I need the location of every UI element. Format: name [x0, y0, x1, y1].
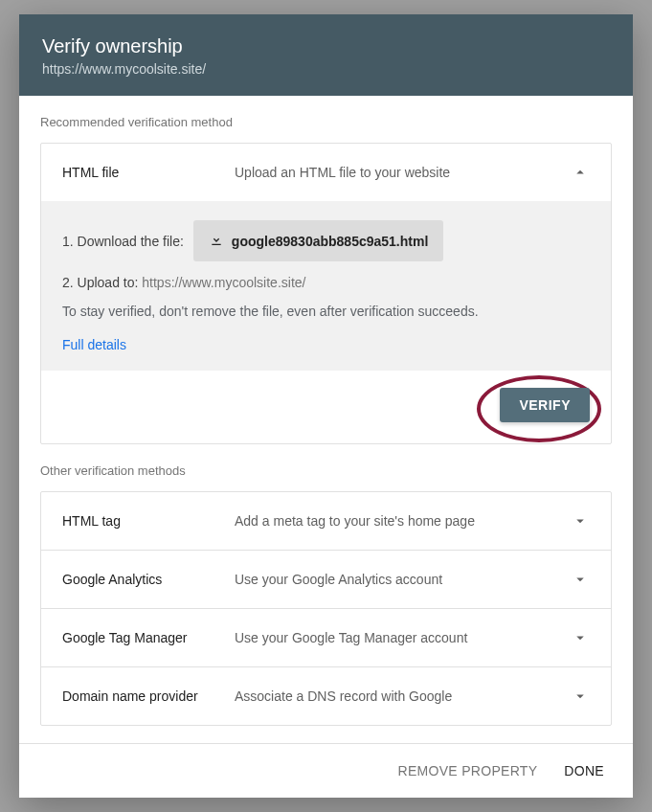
verify-row: VERIFY [41, 371, 611, 443]
dialog-subtitle: https://www.mycoolsite.site/ [42, 61, 610, 77]
method-html-tag[interactable]: HTML tag Add a meta tag to your site's h… [41, 492, 611, 550]
download-icon [209, 232, 224, 250]
recommended-method-card: HTML file Upload an HTML file to your we… [40, 143, 612, 444]
method-name: HTML file [62, 165, 235, 180]
dialog-footer: REMOVE PROPERTY DONE [19, 743, 633, 798]
instructions-panel: 1. Download the file: google89830abb885c… [41, 201, 611, 371]
dialog-header: Verify ownership https://www.mycoolsite.… [19, 14, 633, 96]
upload-target-url: https://www.mycoolsite.site/ [142, 275, 305, 290]
other-section-label: Other verification methods [40, 444, 612, 491]
method-google-tag-manager[interactable]: Google Tag Manager Use your Google Tag M… [41, 608, 611, 666]
step-2: 2. Upload to: https://www.mycoolsite.sit… [62, 275, 590, 290]
verify-button[interactable]: VERIFY [500, 388, 590, 422]
method-name: HTML tag [62, 513, 235, 529]
method-domain-name-provider[interactable]: Domain name provider Associate a DNS rec… [41, 666, 611, 725]
method-name: Google Tag Manager [62, 630, 235, 645]
method-description: Use your Google Analytics account [235, 572, 571, 587]
step-1: 1. Download the file: google89830abb885c… [62, 220, 590, 261]
method-description: Use your Google Tag Manager account [235, 630, 571, 645]
chevron-down-icon [571, 511, 590, 530]
chevron-down-icon [571, 628, 590, 647]
full-details-link[interactable]: Full details [62, 337, 126, 352]
download-filename: google89830abb885c9a51.html [232, 234, 428, 249]
method-description: Add a meta tag to your site's home page [235, 513, 571, 529]
method-description: Associate a DNS record with Google [235, 688, 571, 704]
step-2-label: 2. Upload to: [62, 275, 138, 290]
html-file-method-header[interactable]: HTML file Upload an HTML file to your we… [41, 144, 611, 201]
chevron-down-icon [571, 687, 590, 706]
method-name: Google Analytics [62, 572, 235, 587]
verify-ownership-dialog: Verify ownership https://www.mycoolsite.… [19, 14, 633, 798]
method-name: Domain name provider [62, 688, 235, 704]
verification-note: To stay verified, don't remove the file,… [62, 304, 590, 319]
dialog-title: Verify ownership [42, 35, 610, 57]
recommended-section-label: Recommended verification method [40, 96, 612, 143]
done-button[interactable]: DONE [564, 763, 604, 778]
other-methods-card: HTML tag Add a meta tag to your site's h… [40, 491, 612, 726]
method-google-analytics[interactable]: Google Analytics Use your Google Analyti… [41, 550, 611, 608]
download-file-button[interactable]: google89830abb885c9a51.html [193, 220, 443, 261]
dialog-body: Recommended verification method HTML fil… [19, 96, 633, 743]
remove-property-button[interactable]: REMOVE PROPERTY [398, 763, 538, 778]
method-description: Upload an HTML file to your website [235, 165, 571, 180]
chevron-up-icon [571, 163, 590, 182]
step-1-label: 1. Download the file: [62, 234, 184, 249]
chevron-down-icon [571, 570, 590, 589]
